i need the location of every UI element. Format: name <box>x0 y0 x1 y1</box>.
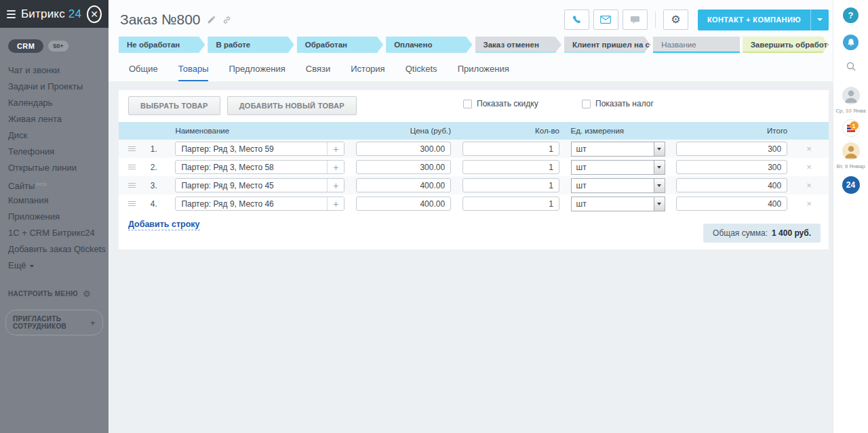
product-row: 1. + шт × <box>119 140 829 158</box>
stage-paid[interactable]: Оплачено <box>386 37 472 53</box>
product-search-plus-button[interactable]: + <box>327 197 344 210</box>
drag-handle-icon[interactable] <box>128 183 136 188</box>
user-avatar[interactable] <box>842 87 860 104</box>
product-search-plus-button[interactable]: + <box>327 161 344 173</box>
tab-links[interactable]: Связи <box>306 64 330 81</box>
sidebar-item-tasks[interactable]: Задачи и Проекты <box>0 79 108 95</box>
contact-company-button[interactable]: КОНТАКТ + КОМПАНИЮ <box>698 9 829 30</box>
unit-select[interactable]: шт <box>571 142 665 157</box>
price-input[interactable] <box>356 160 451 174</box>
show-discount-checkbox[interactable]: Показать скидку <box>463 99 538 108</box>
stage-not-processed[interactable]: Не обработан <box>119 37 205 53</box>
sidebar-item-1c-crm[interactable]: 1С + CRM Битрикс24 <box>0 225 108 241</box>
product-search-plus-button[interactable]: + <box>327 142 344 155</box>
product-name-input[interactable] <box>176 142 327 155</box>
chevron-down-icon <box>817 18 823 21</box>
gear-icon: ⚙ <box>83 289 91 299</box>
bitrix24-logo-button[interactable]: 24 <box>842 176 860 194</box>
stage-client-came[interactable]: Клиент пришел на событие <box>564 37 650 53</box>
call-button[interactable] <box>564 9 589 30</box>
price-input[interactable] <box>356 142 451 156</box>
phone-icon <box>572 15 582 25</box>
drag-handle-icon[interactable] <box>128 146 136 151</box>
brand-logo-24: 24 <box>68 7 81 20</box>
quantity-input[interactable] <box>462 178 559 192</box>
remove-row-icon[interactable]: × <box>799 180 819 190</box>
sidebar-item-calendar[interactable]: Календарь <box>0 95 108 111</box>
help-button[interactable]: ? <box>843 7 859 23</box>
drag-handle-icon[interactable] <box>128 165 136 169</box>
tab-general[interactable]: Общие <box>129 64 158 81</box>
sidebar-item-feed[interactable]: Живая лента <box>0 111 108 127</box>
add-new-product-button[interactable]: ДОБАВИТЬ НОВЫЙ ТОВАР <box>227 96 357 115</box>
total-input[interactable] <box>676 178 787 192</box>
sidebar-item-applications[interactable]: Приложения <box>0 209 108 225</box>
stage-order-canceled[interactable]: Заказ отменен <box>475 37 561 53</box>
stage-in-progress[interactable]: В работе <box>208 37 294 53</box>
stage-name-input-wrap <box>653 37 739 53</box>
chat-button[interactable] <box>623 9 648 30</box>
contact-dropdown-button[interactable] <box>810 9 829 30</box>
remove-row-icon[interactable]: × <box>799 144 819 154</box>
sidebar-item-chat[interactable]: Чат и звонки <box>0 62 108 79</box>
tab-qtickets[interactable]: Qtickets <box>406 64 437 81</box>
add-row-link[interactable]: Добавить строку <box>128 220 200 230</box>
stage-processed[interactable]: Обработан <box>297 37 383 53</box>
stage-finish-lead[interactable]: Завершить обработку лида <box>743 37 829 53</box>
product-name-field: + <box>175 142 344 156</box>
unit-select[interactable]: шт <box>571 160 665 175</box>
select-product-button[interactable]: ВЫБРАТЬ ТОВАР <box>128 96 220 115</box>
settings-button[interactable]: ⚙ <box>663 9 688 30</box>
product-name-input[interactable] <box>176 197 327 210</box>
quantity-input[interactable] <box>462 197 559 211</box>
price-input[interactable] <box>356 178 451 192</box>
tab-products[interactable]: Товары <box>178 64 209 81</box>
left-sidebar: Битрикс 24 ✕ CRM 50+ Чат и звонки Задачи… <box>0 0 108 433</box>
drag-handle-icon[interactable] <box>128 201 136 206</box>
row-number: 4. <box>151 199 164 209</box>
new-stage-name-input[interactable] <box>661 41 735 49</box>
tab-history[interactable]: История <box>351 64 384 81</box>
sidebar-item-telephony[interactable]: Телефония <box>0 144 108 160</box>
user-avatar[interactable] <box>842 142 860 160</box>
notifications-button[interactable] <box>843 35 859 50</box>
remove-row-icon[interactable]: × <box>799 199 819 209</box>
invite-employees-button[interactable]: ПРИГЛАСИТЬ СОТРУДНИКОВ + <box>5 310 103 335</box>
sidebar-item-add-qtickets-order[interactable]: Добавить заказ Qtickets <box>0 241 108 257</box>
remove-row-icon[interactable]: × <box>799 162 819 172</box>
right-rail: ? Ср, 10 Янва 1 Вт, 9 Январ 24 <box>833 0 868 433</box>
main-header: Заказ №800 ⚙ <box>108 0 833 81</box>
total-input[interactable] <box>676 142 787 156</box>
company-logo-avatar[interactable]: 1 <box>842 119 860 137</box>
sidebar-item-openlines[interactable]: Открытые линии <box>0 160 108 176</box>
quantity-input[interactable] <box>462 142 559 156</box>
sidebar-item-sites[interactable]: Сайтыbeta <box>0 176 108 192</box>
sidebar-item-company[interactable]: Компания <box>0 192 108 209</box>
configure-menu-button[interactable]: НАСТРОИТЬ МЕНЮ ⚙ <box>0 289 108 299</box>
close-menu-button[interactable]: ✕ <box>87 5 102 23</box>
checkbox-icon <box>463 100 472 108</box>
tab-applications[interactable]: Приложения <box>458 64 509 81</box>
tab-quotes[interactable]: Предложения <box>229 64 285 81</box>
hamburger-menu-icon[interactable] <box>7 10 16 18</box>
sidebar-item-disk[interactable]: Диск <box>0 127 108 144</box>
crm-badge[interactable]: CRM <box>8 39 43 53</box>
product-name-input[interactable] <box>176 179 327 192</box>
product-name-input[interactable] <box>176 161 327 173</box>
search-button[interactable] <box>846 61 856 75</box>
unit-select[interactable]: шт <box>571 197 665 211</box>
edit-pencil-icon[interactable] <box>207 15 216 24</box>
link-icon[interactable] <box>222 15 232 25</box>
products-toolbar: ВЫБРАТЬ ТОВАР ДОБАВИТЬ НОВЫЙ ТОВАР Показ… <box>119 90 829 116</box>
unit-select[interactable]: шт <box>571 178 665 193</box>
quantity-input[interactable] <box>462 160 559 174</box>
logo-bar: Битрикс 24 ✕ <box>0 0 108 28</box>
sidebar-item-more[interactable]: Ещё <box>0 257 108 274</box>
email-button[interactable] <box>593 9 618 30</box>
show-tax-checkbox[interactable]: Показать налог <box>582 99 654 108</box>
product-search-plus-button[interactable]: + <box>327 179 344 192</box>
total-input[interactable] <box>676 160 787 174</box>
price-input[interactable] <box>356 197 451 211</box>
total-input[interactable] <box>676 197 787 211</box>
column-header-unit: Ед. измерения <box>571 127 665 135</box>
